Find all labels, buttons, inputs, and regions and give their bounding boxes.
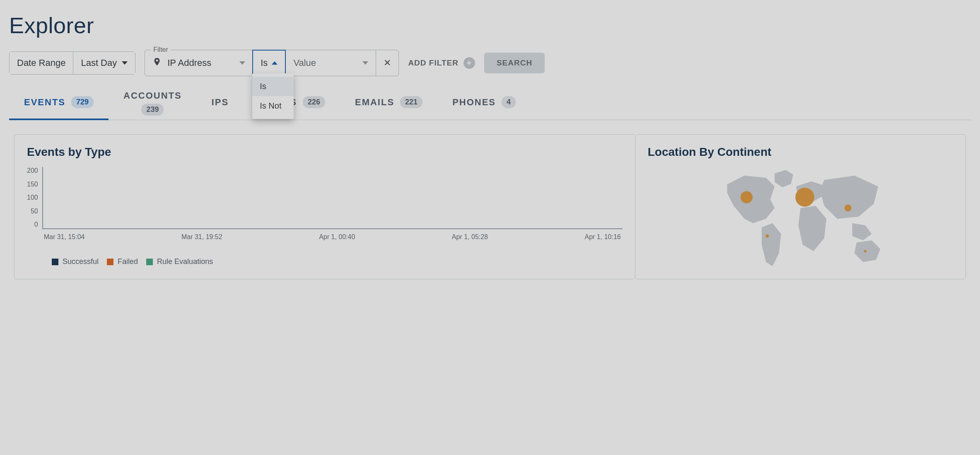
- tab-ips[interactable]: IPS: [197, 86, 244, 120]
- swatch-icon: [52, 259, 58, 265]
- tab-label: ACCOUNTS: [123, 90, 182, 101]
- chevron-down-icon: [362, 61, 368, 65]
- chart-plot-wrap: Mar 31, 15:04Mar 31, 19:52Apr 1, 00:40Ap…: [42, 167, 623, 241]
- tab-badge: 729: [71, 96, 94, 108]
- legend-label: Failed: [118, 257, 138, 266]
- tab-badge: 239: [141, 104, 164, 116]
- legend-failed: Failed: [107, 257, 138, 266]
- search-button-label: SEARCH: [497, 58, 532, 67]
- filter-group: Filter IP Address Is Is Is Not: [145, 50, 399, 76]
- tab-label: EVENTS: [24, 97, 65, 108]
- y-tick: 100: [27, 194, 38, 201]
- x-tick: Apr 1, 05:28: [452, 233, 488, 241]
- tab-label: PHONES: [452, 97, 496, 108]
- date-range-value: Last Day: [81, 58, 117, 68]
- tab-badge: 226: [303, 96, 325, 108]
- swatch-icon: [146, 259, 153, 265]
- swatch-icon: [107, 259, 113, 265]
- card-title: Events by Type: [27, 145, 623, 159]
- filter-value-select[interactable]: Value: [285, 50, 376, 76]
- search-button[interactable]: SEARCH: [484, 53, 545, 73]
- location-by-continent-card: Location By Continent: [635, 134, 966, 279]
- filter-remove-button[interactable]: ✕: [376, 50, 398, 76]
- tab-accounts[interactable]: ACCOUNTS 239: [109, 86, 197, 120]
- page-title: Explorer: [9, 12, 971, 38]
- filter-bar: Date Range Last Day Filter IP Address Is: [9, 50, 971, 76]
- world-map: [648, 167, 953, 271]
- legend-rule: Rule Evaluations: [146, 257, 213, 266]
- chart-plot: [42, 167, 623, 229]
- plus-circle-icon: +: [463, 57, 475, 69]
- cards-row: Events by Type 200150100500 Mar 31, 15:0…: [9, 120, 971, 284]
- chart-x-axis: Mar 31, 15:04Mar 31, 19:52Apr 1, 00:40Ap…: [42, 229, 623, 241]
- chevron-up-icon: [272, 61, 278, 65]
- explorer-page: Explorer Date Range Last Day Filter IP A…: [0, 0, 980, 297]
- operator-option-is-not[interactable]: Is Not: [252, 96, 294, 116]
- map-bubble-south-america: [765, 235, 769, 238]
- chevron-down-icon: [239, 61, 245, 65]
- tab-label: EMAILS: [355, 97, 394, 108]
- tab-emails[interactable]: EMAILS 221: [340, 86, 437, 120]
- legend-label: Rule Evaluations: [157, 257, 213, 266]
- date-range-label-text: Date Range: [17, 58, 65, 68]
- filter-operator-value: Is: [261, 58, 268, 68]
- filter-value-placeholder: Value: [293, 58, 316, 68]
- map-bubble-oceania: [864, 250, 866, 252]
- operator-dropdown: Is Is Not: [252, 73, 294, 119]
- legend-label: Successful: [63, 257, 99, 266]
- tab-phones[interactable]: PHONES 4: [437, 86, 531, 120]
- tab-badge: 4: [502, 96, 516, 108]
- filter-operator-select[interactable]: Is Is Is Not: [252, 50, 286, 76]
- tab-label: IPS: [212, 97, 229, 108]
- date-range-control: Date Range Last Day: [9, 51, 135, 75]
- tab-badge: 221: [400, 96, 422, 108]
- x-tick: Apr 1, 10:16: [585, 233, 621, 241]
- filter-field-select[interactable]: IP Address: [145, 50, 253, 76]
- x-tick: Mar 31, 15:04: [44, 233, 85, 241]
- operator-option-is[interactable]: Is: [252, 77, 294, 96]
- map-bubble-europe: [795, 188, 814, 207]
- map-bubble-north-america: [741, 191, 753, 203]
- date-range-label: Date Range: [10, 52, 73, 74]
- events-bar-chart: 200150100500 Mar 31, 15:04Mar 31, 19:52A…: [27, 167, 623, 241]
- world-map-svg: [648, 167, 953, 271]
- legend-successful: Successful: [52, 257, 99, 266]
- events-by-type-card: Events by Type 200150100500 Mar 31, 15:0…: [14, 134, 635, 279]
- close-icon: ✕: [384, 58, 391, 68]
- add-filter-label: ADD FILTER: [408, 58, 459, 68]
- chart-y-axis: 200150100500: [27, 167, 42, 229]
- add-filter-button[interactable]: ADD FILTER +: [408, 57, 475, 69]
- filter-field-value: IP Address: [167, 58, 211, 68]
- y-tick: 0: [34, 221, 38, 228]
- chart-legend: Successful Failed Rule Evaluations: [27, 257, 623, 266]
- y-tick: 50: [31, 208, 38, 215]
- x-tick: Apr 1, 00:40: [319, 233, 355, 241]
- y-tick: 150: [27, 181, 38, 188]
- x-tick: Mar 31, 19:52: [181, 233, 222, 241]
- card-title: Location By Continent: [648, 145, 953, 159]
- tab-events[interactable]: EVENTS 729: [9, 86, 109, 120]
- date-range-select[interactable]: Last Day: [73, 52, 135, 74]
- map-bubble-asia: [845, 205, 852, 212]
- location-pin-icon: [152, 56, 167, 70]
- y-tick: 200: [27, 167, 38, 174]
- chevron-down-icon: [122, 61, 128, 65]
- tabs: EVENTS 729 ACCOUNTS 239 IPS PRINTS 226 E…: [9, 86, 971, 120]
